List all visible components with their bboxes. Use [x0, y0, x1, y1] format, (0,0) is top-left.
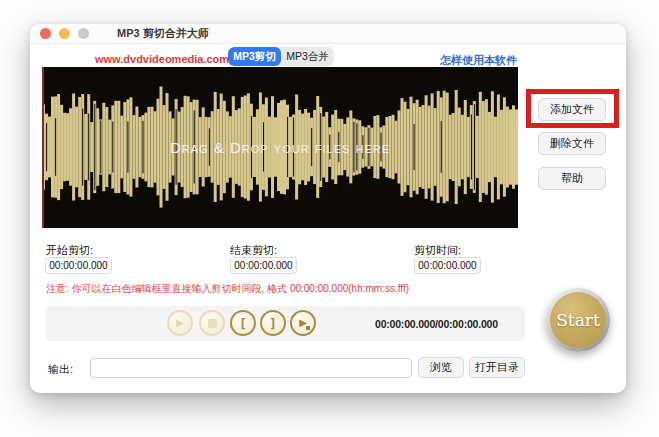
cut-time-input[interactable]	[414, 257, 481, 274]
output-path-input[interactable]	[90, 358, 412, 378]
waveform-dropzone[interactable]: Drag & Drop your files here	[42, 67, 518, 228]
start-cut-input[interactable]	[45, 257, 112, 274]
app-window: MP3 剪切合并大师 www.dvdvideomedia.com MP3剪切 M…	[30, 24, 626, 393]
mark-end-icon: ]	[269, 317, 277, 330]
minimize-window-icon[interactable]	[59, 28, 70, 39]
stop-button[interactable]	[199, 310, 225, 336]
window-title: MP3 剪切合并大师	[117, 26, 209, 41]
titlebar: MP3 剪切合并大师	[30, 24, 626, 44]
zoom-window-icon	[78, 28, 89, 39]
tab-mp3-cut[interactable]: MP3剪切	[228, 47, 281, 66]
playhead-cursor	[42, 67, 44, 228]
mark-start-button[interactable]: [	[230, 310, 256, 336]
help-button[interactable]: 帮助	[538, 167, 606, 190]
play-button[interactable]: ▶	[167, 310, 193, 336]
selection-marker-icon	[306, 326, 310, 330]
start-button-label: Start	[550, 292, 606, 348]
how-to-use-link[interactable]: 怎样使用本软件	[440, 53, 517, 68]
play-selection-button[interactable]: ▶	[290, 310, 316, 336]
player-panel: ▶ [ ] ▶ 00:00:00.000/00:00:00.000	[45, 306, 525, 341]
website-link[interactable]: www.dvdvideomedia.com	[95, 53, 229, 65]
output-label: 输出:	[48, 362, 73, 377]
end-cut-label: 结束剪切:	[230, 243, 277, 258]
play-icon: ▶	[176, 318, 184, 328]
tab-mp3-merge[interactable]: MP3合并	[281, 47, 334, 66]
waveform-icon	[42, 67, 518, 228]
browse-button[interactable]: 浏览	[418, 357, 464, 378]
hint-note: 注意: 你可以在白色编辑框里直接输入剪切时间段, 格式 00:00:00.000…	[46, 282, 409, 296]
stop-icon	[208, 319, 217, 328]
end-cut-input[interactable]	[230, 257, 297, 274]
open-directory-button[interactable]: 打开目录	[469, 357, 525, 378]
remove-file-button[interactable]: 删除文件	[538, 132, 606, 155]
time-display: 00:00:00.000/00:00:00.000	[375, 306, 493, 341]
mark-start-icon: [	[239, 317, 247, 330]
close-window-icon[interactable]	[40, 28, 51, 39]
mode-tabbar: MP3剪切 MP3合并	[228, 47, 334, 66]
add-file-button[interactable]: 添加文件	[538, 98, 606, 121]
cut-time-label: 剪切时间:	[414, 243, 461, 258]
start-cut-label: 开始剪切:	[46, 243, 93, 258]
start-button[interactable]: Start	[546, 288, 610, 352]
mark-end-button[interactable]: ]	[260, 310, 286, 336]
